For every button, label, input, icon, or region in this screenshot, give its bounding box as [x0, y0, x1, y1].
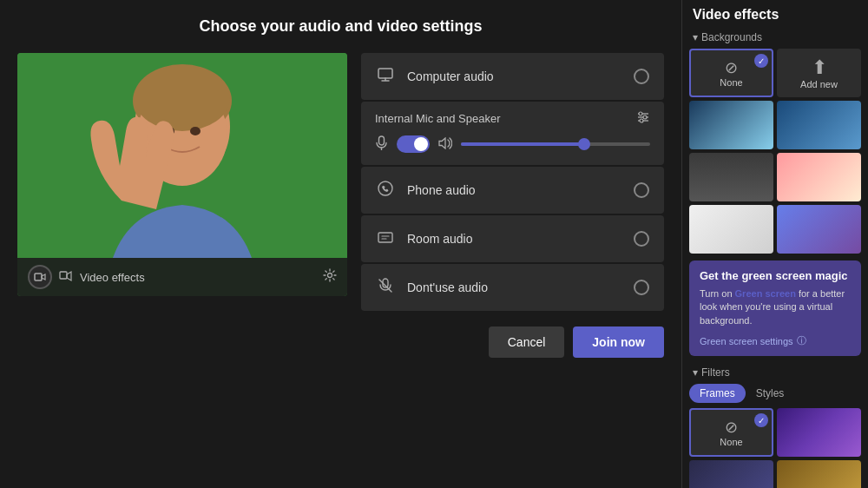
background-option-5[interactable] — [689, 205, 773, 254]
background-none[interactable]: ✓ ⊘ None — [689, 49, 773, 97]
computer-audio-radio[interactable] — [634, 69, 649, 84]
gear-icon[interactable] — [323, 268, 337, 286]
cancel-button[interactable]: Cancel — [489, 326, 565, 358]
green-screen-highlight: Green screen — [735, 288, 796, 299]
internal-mic-label: Internal Mic and Speaker — [375, 112, 501, 125]
mic-icon — [375, 135, 388, 153]
add-new-label: Add new — [800, 79, 838, 89]
join-now-button[interactable]: Join now — [573, 326, 664, 358]
none-icon: ⊘ — [725, 58, 738, 77]
tab-styles[interactable]: Styles — [746, 384, 795, 403]
no-audio-label: Dont'use audio — [407, 280, 621, 294]
svg-point-14 — [639, 112, 642, 115]
filters-chevron-icon: ▾ — [693, 366, 698, 379]
speaker-icon — [438, 137, 452, 152]
video-toolbar: Video effects — [17, 258, 347, 296]
phone-audio-option[interactable]: Phone audio — [361, 167, 664, 214]
background-option-1[interactable] — [689, 101, 773, 149]
content-row: Video effects Computer — [17, 53, 664, 488]
green-screen-body: Turn on Green screen for a better look w… — [700, 287, 851, 327]
filter-option-2[interactable] — [689, 460, 773, 488]
room-audio-icon — [376, 228, 395, 249]
no-audio-icon — [376, 277, 395, 298]
selected-check: ✓ — [754, 54, 768, 68]
mic-toggle[interactable] — [397, 135, 430, 153]
volume-slider[interactable] — [461, 142, 650, 146]
svg-point-19 — [378, 181, 392, 195]
filter-none[interactable]: ✓ ⊘ None — [689, 408, 773, 457]
sliders-icon[interactable] — [636, 110, 650, 127]
svg-rect-7 — [35, 274, 42, 280]
room-audio-radio[interactable] — [634, 231, 649, 247]
none-label: None — [720, 77, 742, 88]
green-screen-title: Get the green screen magic — [700, 269, 851, 282]
phone-audio-radio[interactable] — [634, 182, 649, 198]
background-option-6[interactable] — [777, 205, 861, 254]
green-screen-promo: Get the green screen magic Turn on Green… — [689, 260, 861, 356]
phone-audio-icon — [376, 180, 395, 201]
green-screen-settings-link[interactable]: Green screen settings ⓘ — [700, 334, 851, 347]
tab-frames[interactable]: Frames — [689, 384, 746, 403]
main-area: Choose your audio and video settings — [0, 0, 681, 488]
filter-none-icon: ⊘ — [725, 418, 738, 437]
video-effects-label: Video effects — [80, 271, 145, 284]
filters-label: ▾ Filters — [682, 363, 868, 384]
mic-controls — [375, 135, 650, 153]
action-buttons: Cancel Join now — [361, 313, 664, 372]
filter-check: ✓ — [754, 413, 768, 427]
svg-point-15 — [643, 115, 647, 119]
svg-point-16 — [640, 119, 643, 122]
filters-grid: ✓ ⊘ None — [689, 408, 861, 488]
room-audio-label: Room audio — [407, 232, 621, 246]
filter-option-3[interactable] — [777, 460, 861, 488]
computer-audio-label: Computer audio — [407, 69, 621, 83]
volume-thumb — [578, 138, 590, 150]
no-audio-option[interactable]: Dont'use audio — [361, 264, 664, 311]
filter-none-label: None — [720, 437, 742, 447]
svg-rect-17 — [379, 136, 385, 145]
svg-point-4 — [135, 65, 230, 131]
video-effects-icon — [59, 269, 73, 286]
background-add-new[interactable]: ⬆ Add new — [777, 49, 861, 97]
backgrounds-label: ▾ Backgrounds — [682, 28, 868, 49]
svg-rect-20 — [378, 233, 392, 242]
filter-tabs: Frames Styles — [689, 384, 861, 403]
video-feed — [17, 53, 347, 258]
add-icon: ⬆ — [812, 56, 827, 79]
background-option-2[interactable] — [777, 101, 861, 149]
background-option-4[interactable] — [777, 153, 861, 201]
svg-rect-8 — [60, 272, 67, 279]
toggle-knob — [414, 137, 428, 151]
video-preview: Video effects — [17, 53, 347, 296]
svg-point-9 — [328, 274, 332, 278]
filters-section: Frames Styles ✓ ⊘ None — [682, 384, 868, 488]
internal-mic-section: Internal Mic and Speaker — [361, 102, 664, 165]
svg-point-6 — [190, 127, 201, 135]
no-audio-radio[interactable] — [634, 280, 649, 295]
phone-audio-label: Phone audio — [407, 183, 621, 197]
background-option-3[interactable] — [689, 153, 773, 201]
chevron-down-icon: ▾ — [693, 31, 698, 43]
audio-panel: Computer audio Internal Mic and Speaker — [361, 53, 664, 488]
backgrounds-grid: ✓ ⊘ None ⬆ Add new — [682, 49, 868, 260]
sidebar-section-title: Video effects — [682, 0, 868, 28]
computer-audio-icon — [376, 66, 395, 87]
video-toggle-icon[interactable] — [28, 265, 52, 289]
room-audio-option[interactable]: Room audio — [361, 215, 664, 262]
page-title: Choose your audio and video settings — [199, 17, 482, 36]
volume-fill — [461, 142, 584, 146]
svg-rect-10 — [378, 69, 392, 78]
info-icon: ⓘ — [797, 334, 806, 347]
internal-mic-header: Internal Mic and Speaker — [375, 110, 650, 127]
right-sidebar: Video effects ▾ Backgrounds ✓ ⊘ None ⬆ A… — [681, 0, 868, 488]
filter-option-1[interactable] — [777, 408, 861, 457]
computer-audio-option[interactable]: Computer audio — [361, 53, 664, 100]
